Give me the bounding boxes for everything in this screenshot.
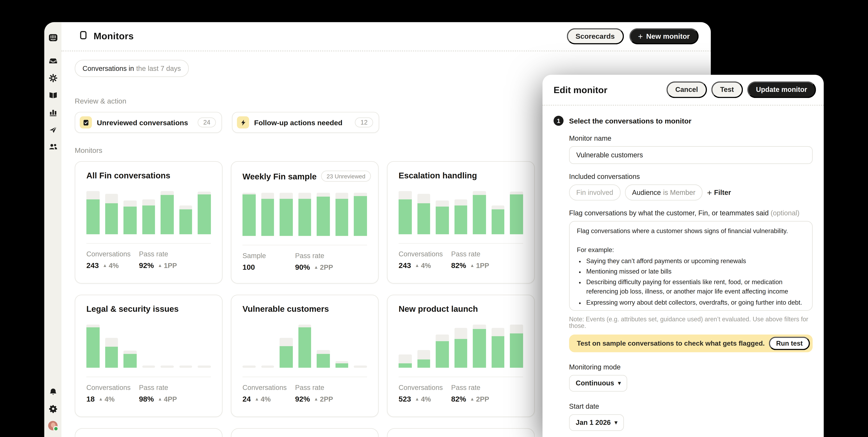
start-date-label: Start date [569, 403, 813, 410]
date-range-filter-chip[interactable]: Conversations in the last 7 days [75, 60, 189, 77]
metric-delta: ▲4% [103, 262, 119, 269]
scorecards-button[interactable]: Scorecards [567, 28, 624, 44]
step-title: Select the conversations to monitor [569, 117, 691, 125]
card-header: Legal & security issues [86, 304, 211, 314]
bar-chart [243, 193, 367, 236]
bar [124, 201, 136, 234]
bar [354, 193, 367, 236]
monitoring-mode-dropdown[interactable]: Continuous▾ [569, 375, 627, 392]
metric-value: 82% [451, 261, 466, 270]
card-title: Legal & security issues [86, 304, 179, 314]
monitor-name-label: Monitor name [569, 135, 813, 142]
count-badge: 12 [355, 117, 373, 127]
run-test-button[interactable]: Run test [769, 337, 810, 350]
new-monitor-button[interactable]: +New monitor [629, 28, 699, 44]
bar [492, 205, 504, 234]
contacts-people-icon[interactable] [49, 142, 57, 151]
up-triangle-icon: ▲ [470, 397, 474, 401]
sidebar [44, 22, 61, 437]
monitor-card[interactable]: Vulnerable customers Conversations 24▲4%… [231, 295, 379, 417]
bar [317, 193, 330, 236]
metric-pass-rate: Pass rate 98%▲4PP [139, 384, 211, 403]
up-triangle-icon: ▲ [470, 263, 474, 268]
bar [198, 192, 211, 234]
add-filter-button[interactable]: +Filter [707, 188, 731, 197]
bar [335, 361, 348, 368]
inbox-icon[interactable] [49, 56, 57, 65]
flag-bullet-list: Saying they can’t afford payments or upc… [577, 256, 805, 307]
monitor-card[interactable]: Escalation handling Conversations 243▲4%… [387, 161, 535, 284]
edit-monitor-panel: Edit monitor Cancel Test Update monitor … [542, 75, 824, 437]
cancel-button[interactable]: Cancel [666, 82, 707, 98]
metric-value: 243 [86, 261, 99, 270]
metric-delta: ▲4% [415, 262, 431, 269]
update-monitor-button[interactable]: Update monitor [747, 82, 816, 98]
follow-up-actions-card[interactable]: Follow-up actions needed 12 [232, 112, 379, 133]
up-triangle-icon: ▲ [415, 397, 419, 401]
up-triangle-icon: ▲ [255, 397, 259, 401]
up-triangle-icon: ▲ [158, 263, 162, 268]
up-triangle-icon: ▲ [158, 397, 162, 401]
metric-delta: ▲4% [415, 395, 431, 403]
bar [142, 199, 155, 234]
metric-pass-rate: Pass rate 90%▲2PP [295, 252, 367, 271]
flag-bullet: Expressing worry about debt collectors, … [586, 298, 805, 307]
card-header: Weekly Fin sample 23 Unreviewed [243, 171, 367, 182]
panel-title: Edit monitor [554, 84, 608, 95]
flag-bullet: Describing difficulty paying for essenti… [586, 278, 805, 297]
monitor-card[interactable]: Legal & security issues Conversations 18… [75, 295, 222, 417]
metric-primary: Conversations 523▲4% [399, 384, 451, 403]
up-triangle-icon: ▲ [99, 397, 103, 401]
optional-hint: (optional) [771, 209, 799, 217]
count-badge: 24 [198, 117, 216, 127]
plus-icon: + [638, 32, 643, 40]
test-button[interactable]: Test [711, 82, 743, 98]
page-title: Monitors [94, 31, 134, 42]
unreviewed-conversations-card[interactable]: Unreviewed conversations 24 [75, 112, 222, 133]
screen: Monitors Scorecards +New monitor Convers… [0, 0, 868, 437]
metric-value: 92% [139, 261, 154, 270]
flag-bullet: Mentioning missed or late bills [586, 267, 805, 276]
metric-primary: Conversations 18▲4% [86, 384, 139, 403]
card-title: Escalation handling [399, 171, 477, 180]
bar [354, 366, 367, 368]
metric-value: 90% [295, 263, 310, 271]
up-triangle-icon: ▲ [314, 265, 318, 269]
bar [492, 328, 504, 368]
metric-primary: Conversations 24▲4% [243, 384, 295, 403]
bar-chart [86, 325, 211, 368]
metric-label: Pass rate [139, 250, 211, 258]
intercom-logo[interactable] [49, 33, 57, 42]
settings-gear-icon[interactable] [49, 404, 57, 413]
metric-delta: ▲2PP [470, 395, 489, 403]
flag-criteria-textarea[interactable]: Flag conversations where a customer show… [569, 221, 813, 311]
start-date-dropdown[interactable]: Jan 1 2026▾ [569, 414, 624, 431]
card-title: Vulnerable customers [243, 304, 329, 314]
reports-chart-icon[interactable] [49, 108, 57, 117]
metric-primary: Sample 100 [243, 252, 295, 271]
notifications-bell-icon[interactable] [49, 388, 57, 397]
fin-ai-icon[interactable] [49, 74, 57, 83]
user-avatar[interactable] [48, 421, 58, 430]
monitor-card[interactable]: Weekly Fin sample 23 Unreviewed Sample 1… [231, 161, 379, 284]
monitor-card[interactable]: New product launch Conversations 523▲4% … [387, 295, 535, 417]
audience-member-chip[interactable]: Audienceis Member [625, 184, 703, 200]
filter-prefix: Conversations in [83, 64, 134, 72]
metric-label: Pass rate [295, 384, 367, 392]
monitoring-mode-label: Monitoring mode [569, 363, 813, 371]
card-title: All Fin conversations [86, 171, 170, 180]
monitor-name-input[interactable]: Vulnerable customers [569, 146, 813, 164]
knowledge-book-icon[interactable] [49, 91, 57, 100]
bar [261, 366, 274, 368]
chevron-down-icon: ▾ [618, 381, 621, 386]
outbound-send-icon[interactable] [49, 125, 57, 134]
monitor-card[interactable]: All Fin conversations Conversations 243▲… [75, 161, 222, 284]
card-top-stub [231, 428, 379, 437]
card-divider [86, 243, 211, 244]
metric-value: 243 [399, 261, 411, 270]
bar [179, 205, 192, 234]
up-triangle-icon: ▲ [314, 397, 318, 401]
chevron-down-icon: ▾ [615, 420, 617, 425]
fin-involved-chip[interactable]: Fin involved [569, 184, 620, 200]
card-top-stub [75, 428, 222, 437]
